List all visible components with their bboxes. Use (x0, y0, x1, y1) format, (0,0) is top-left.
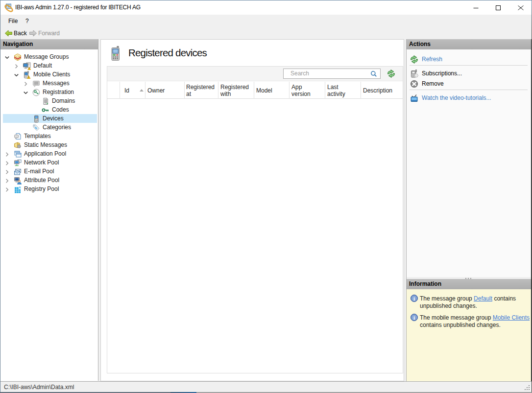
svg-text:i: i (413, 315, 415, 321)
svg-text:i: i (413, 296, 415, 301)
